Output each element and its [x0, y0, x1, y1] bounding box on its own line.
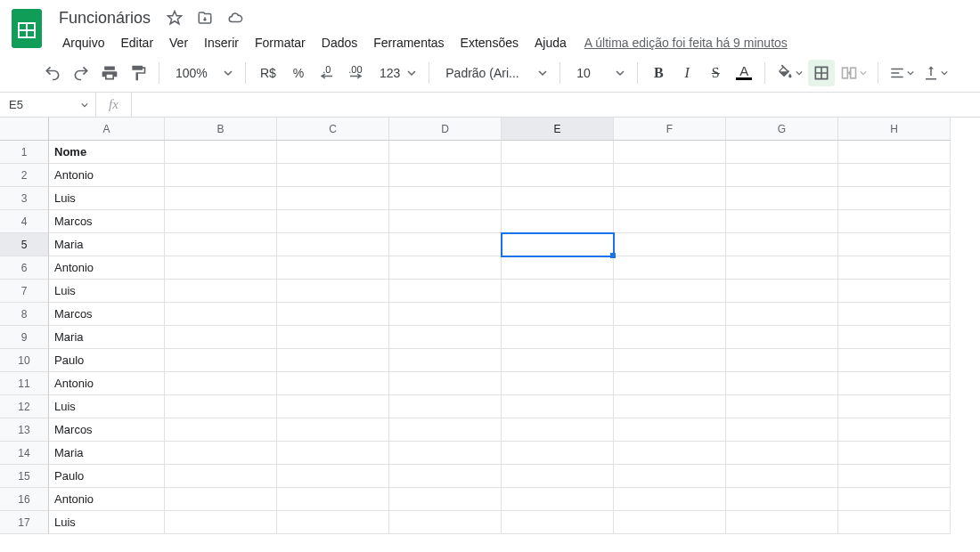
cell-C5[interactable] — [277, 233, 389, 256]
paint-format-button[interactable] — [125, 60, 151, 86]
font-dropdown[interactable]: Padrão (Ari... — [437, 60, 552, 86]
cell-H5[interactable] — [838, 233, 951, 256]
borders-button[interactable] — [808, 60, 835, 86]
cell-A1[interactable]: Nome — [49, 141, 165, 164]
cell-F11[interactable] — [614, 372, 726, 395]
row-header-16[interactable]: 16 — [0, 488, 49, 511]
cell-F12[interactable] — [614, 395, 726, 418]
cell-G7[interactable] — [726, 280, 838, 303]
cell-B11[interactable] — [165, 372, 277, 395]
cell-H1[interactable] — [838, 141, 951, 164]
column-header-D[interactable]: D — [389, 118, 502, 141]
cell-F8[interactable] — [614, 303, 726, 326]
cell-D5[interactable] — [389, 233, 502, 256]
cell-F6[interactable] — [614, 256, 726, 280]
column-header-B[interactable]: B — [165, 118, 277, 141]
row-header-3[interactable]: 3 — [0, 187, 49, 210]
cell-E1[interactable] — [502, 141, 614, 164]
cell-D1[interactable] — [389, 141, 502, 164]
menu-ajuda[interactable]: Ajuda — [527, 32, 574, 53]
column-header-H[interactable]: H — [838, 118, 951, 141]
cell-F13[interactable] — [614, 418, 726, 442]
select-all-corner[interactable] — [0, 118, 49, 141]
cell-H4[interactable] — [838, 210, 951, 233]
cell-A10[interactable]: Paulo — [49, 349, 165, 372]
cell-A15[interactable]: Paulo — [49, 465, 165, 488]
cell-H12[interactable] — [838, 395, 951, 418]
row-header-17[interactable]: 17 — [0, 511, 49, 534]
row-header-11[interactable]: 11 — [0, 372, 49, 395]
menu-inserir[interactable]: Inserir — [197, 32, 246, 53]
cell-A6[interactable]: Antonio — [49, 256, 165, 280]
cell-B13[interactable] — [165, 418, 277, 442]
cell-E11[interactable] — [502, 372, 614, 395]
horizontal-align-button[interactable] — [886, 60, 918, 86]
cell-D17[interactable] — [389, 511, 502, 534]
cell-G16[interactable] — [726, 488, 838, 511]
cell-C9[interactable] — [277, 326, 389, 349]
cell-A3[interactable]: Luis — [49, 187, 165, 210]
cell-D11[interactable] — [389, 372, 502, 395]
menu-extensoes[interactable]: Extensões — [453, 32, 526, 53]
text-color-button[interactable]: A — [731, 60, 757, 86]
doc-title[interactable]: Funcionários — [55, 7, 154, 29]
cell-E12[interactable] — [502, 395, 614, 418]
currency-button[interactable]: R$ — [253, 60, 283, 86]
name-box[interactable]: E5 — [0, 93, 96, 117]
menu-ferramentas[interactable]: Ferramentas — [366, 32, 451, 53]
cell-A7[interactable]: Luis — [49, 280, 165, 303]
menu-editar[interactable]: Editar — [113, 32, 160, 53]
cell-D3[interactable] — [389, 187, 502, 210]
cell-E13[interactable] — [502, 418, 614, 442]
cell-F3[interactable] — [614, 187, 726, 210]
cell-C3[interactable] — [277, 187, 389, 210]
cell-B4[interactable] — [165, 210, 277, 233]
cell-D15[interactable] — [389, 465, 502, 488]
column-header-G[interactable]: G — [726, 118, 838, 141]
cell-B5[interactable] — [165, 233, 277, 256]
cell-E15[interactable] — [502, 465, 614, 488]
cell-B10[interactable] — [165, 349, 277, 372]
column-header-C[interactable]: C — [277, 118, 389, 141]
zoom-dropdown[interactable]: 100% — [167, 60, 238, 86]
cell-E5[interactable] — [502, 233, 614, 256]
vertical-align-button[interactable] — [919, 60, 951, 86]
cell-G15[interactable] — [726, 465, 838, 488]
spreadsheet-grid[interactable]: ABCDEFGH1Nome2Antonio3Luis4Marcos5Maria6… — [0, 118, 980, 534]
cell-F14[interactable] — [614, 442, 726, 465]
cell-B3[interactable] — [165, 187, 277, 210]
cell-C14[interactable] — [277, 442, 389, 465]
cell-C13[interactable] — [277, 418, 389, 442]
cell-F9[interactable] — [614, 326, 726, 349]
move-icon[interactable] — [195, 8, 215, 28]
cell-C4[interactable] — [277, 210, 389, 233]
italic-button[interactable]: I — [674, 60, 700, 86]
cell-D4[interactable] — [389, 210, 502, 233]
column-header-A[interactable]: A — [49, 118, 165, 141]
bold-button[interactable]: B — [645, 60, 672, 86]
cell-C17[interactable] — [277, 511, 389, 534]
cell-G14[interactable] — [726, 442, 838, 465]
cell-G5[interactable] — [726, 233, 838, 256]
cell-F16[interactable] — [614, 488, 726, 511]
cell-A9[interactable]: Maria — [49, 326, 165, 349]
cell-D7[interactable] — [389, 280, 502, 303]
decrease-decimal-button[interactable]: .0 — [314, 60, 340, 86]
cell-A5[interactable]: Maria — [49, 233, 165, 256]
cell-H14[interactable] — [838, 442, 951, 465]
sheets-logo[interactable] — [9, 5, 45, 52]
cell-F1[interactable] — [614, 141, 726, 164]
cell-H16[interactable] — [838, 488, 951, 511]
cell-A8[interactable]: Marcos — [49, 303, 165, 326]
row-header-8[interactable]: 8 — [0, 303, 49, 326]
row-header-7[interactable]: 7 — [0, 280, 49, 303]
menu-ver[interactable]: Ver — [162, 32, 195, 53]
cell-C15[interactable] — [277, 465, 389, 488]
cell-D16[interactable] — [389, 488, 502, 511]
cell-D10[interactable] — [389, 349, 502, 372]
cell-H17[interactable] — [838, 511, 951, 534]
cell-D6[interactable] — [389, 256, 502, 280]
print-button[interactable] — [96, 60, 123, 86]
cell-H11[interactable] — [838, 372, 951, 395]
cell-G3[interactable] — [726, 187, 838, 210]
